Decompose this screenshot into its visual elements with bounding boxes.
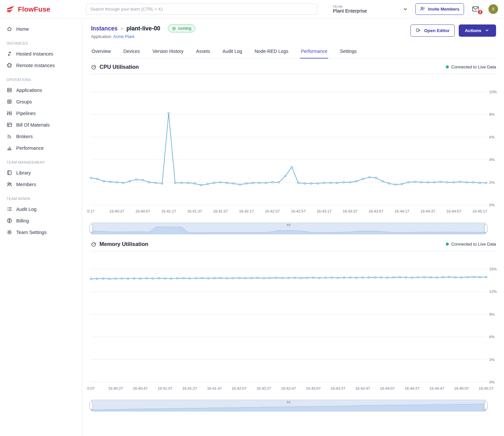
svg-text:16:40:37: 16:40:37 — [109, 209, 124, 213]
memory-live-status: Connected to Live Data — [446, 242, 496, 247]
live-dot-icon — [446, 243, 449, 246]
memory-navigator-grip-icon[interactable] — [287, 401, 290, 403]
sidebar-item-members[interactable]: Members — [0, 178, 82, 190]
sidebar-item-label: Billing — [16, 218, 29, 223]
cpu-navigator-left-handle[interactable] — [90, 224, 93, 232]
breadcrumb-separator: > — [121, 26, 124, 31]
sidebar-item-brokers[interactable]: Brokers — [0, 131, 82, 142]
memory-navigator-left-handle[interactable] — [90, 402, 93, 410]
home-icon — [7, 26, 12, 32]
sidebar-item-library[interactable]: Library — [0, 167, 82, 178]
sidebar-item-team-settings[interactable]: Team Settings — [0, 226, 82, 238]
sidebar-item-label: Home — [16, 26, 29, 32]
svg-text:16:42:57: 16:42:57 — [291, 209, 306, 213]
main-content: Instances > plant-live-00 running Applic… — [82, 19, 504, 436]
remote-icon — [7, 62, 12, 68]
svg-text:16:44:27: 16:44:27 — [405, 386, 419, 390]
sidebar-item-home[interactable]: Home — [0, 23, 82, 35]
cpu-chart-canvas[interactable]: 0%2%4%6%8%10%0:1716:40:3716:40:5716:41:1… — [91, 75, 496, 219]
svg-text:16:44:47: 16:44:47 — [429, 386, 444, 390]
tab-overview[interactable]: Overview — [91, 46, 111, 59]
memory-navigator-right-handle[interactable] — [484, 402, 487, 410]
flowfuse-logo-icon — [6, 5, 15, 14]
memory-navigator[interactable] — [91, 400, 486, 412]
breadcrumb-instances-link[interactable]: Instances — [91, 25, 118, 32]
cpu-navigator-grip-icon[interactable] — [287, 224, 290, 226]
sidebar-item-label: Remote Instances — [16, 63, 55, 68]
hosted-icon — [7, 51, 12, 57]
applications-icon — [7, 87, 12, 93]
svg-text:16:42:47: 16:42:47 — [281, 386, 296, 390]
sidebar-item-performance[interactable]: Performance — [0, 142, 82, 154]
sidebar-item-remote-instances[interactable]: Remote Instances — [0, 59, 82, 71]
tab-performance[interactable]: Performance — [300, 46, 328, 59]
tab-node-red-logs[interactable]: Node-RED Logs — [254, 46, 289, 59]
svg-text:16:43:17: 16:43:17 — [317, 209, 331, 213]
brokers-icon — [7, 134, 12, 139]
invite-members-label: Invite Members — [428, 7, 459, 12]
sidebar-item-label: Bill Of Materials — [16, 122, 50, 128]
application-line: Application: Acme Plant — [91, 34, 195, 39]
cpu-live-status-label: Connected to Live Data — [451, 64, 496, 69]
svg-text:16:40:27: 16:40:27 — [108, 386, 123, 390]
svg-text:16:41:47: 16:41:47 — [207, 386, 222, 390]
svg-text:16:43:57: 16:43:57 — [368, 209, 383, 213]
team-selector[interactable]: TEAM: Plant Enterprise — [333, 5, 408, 14]
svg-text:12%: 12% — [489, 290, 497, 294]
notifications-button[interactable]: 2 — [471, 5, 481, 13]
sidebar-item-billing[interactable]: Billing — [0, 215, 82, 226]
members-icon — [7, 181, 12, 187]
tab-devices[interactable]: Devices — [123, 46, 140, 59]
svg-text:16:44:57: 16:44:57 — [446, 209, 461, 213]
svg-text:16:41:07: 16:41:07 — [158, 386, 173, 390]
application-label: Application: — [91, 34, 112, 39]
invite-members-button[interactable]: Invite Members — [415, 3, 464, 15]
chevron-down-icon — [403, 6, 408, 12]
sidebar-item-groups[interactable]: Groups — [0, 96, 82, 107]
notification-count-badge: 2 — [477, 9, 483, 15]
tab-settings[interactable]: Settings — [339, 46, 358, 59]
sidebar-item-label: Members — [16, 182, 36, 187]
actions-button[interactable]: Actions — [459, 24, 496, 37]
cpu-navigator-right-handle[interactable] — [484, 224, 487, 232]
sidebar-item-audit-log[interactable]: Audit Log — [0, 203, 82, 215]
cpu-navigator[interactable] — [91, 222, 486, 234]
open-editor-button[interactable]: Open Editor — [410, 24, 455, 37]
svg-text:10%: 10% — [489, 90, 497, 94]
application-link[interactable]: Acme Plant — [113, 34, 134, 39]
svg-text:16:41:37: 16:41:37 — [187, 209, 202, 213]
flowfuse-logo[interactable]: FlowFuse — [6, 5, 50, 14]
groups-icon — [7, 99, 12, 104]
svg-text:16:44:07: 16:44:07 — [380, 386, 395, 390]
svg-text:2%: 2% — [489, 180, 495, 184]
sidebar-section-team-management: TEAM MANAGEMENT — [0, 154, 82, 167]
svg-text:16:41:17: 16:41:17 — [161, 209, 176, 213]
sidebar-section-team-admin: TEAM ADMIN — [0, 190, 82, 203]
sidebar-item-pipelines[interactable]: Pipelines — [0, 107, 82, 119]
sidebar-item-bill-of-materials[interactable]: Bill Of Materials — [0, 119, 82, 131]
svg-text:6%: 6% — [489, 335, 495, 339]
sidebar-item-label: Performance — [16, 145, 44, 151]
memory-live-status-label: Connected to Live Data — [451, 242, 496, 247]
live-dot-icon — [446, 65, 449, 68]
tab-audit-log[interactable]: Audit Log — [222, 46, 243, 59]
svg-text:16:43:47: 16:43:47 — [355, 386, 370, 390]
user-avatar[interactable]: fl — [488, 4, 498, 14]
search-input[interactable] — [86, 4, 317, 15]
sidebar-item-label: Library — [16, 170, 31, 176]
svg-text:16:43:07: 16:43:07 — [306, 386, 321, 390]
svg-text:4%: 4% — [489, 158, 495, 162]
sidebar-item-label: Brokers — [16, 134, 33, 139]
memory-chart-canvas[interactable]: 0%3%6%9%12%15%0:0716:40:2716:40:4716:41:… — [91, 253, 496, 396]
svg-text:3%: 3% — [489, 358, 495, 362]
gauge-icon — [91, 64, 97, 70]
tab-assets[interactable]: Assets — [195, 46, 211, 59]
sidebar-item-label: Groups — [16, 99, 32, 104]
sidebar-item-label: Audit Log — [16, 207, 36, 212]
sidebar-item-applications[interactable]: Applications — [0, 84, 82, 96]
tab-version-history[interactable]: Version History — [152, 46, 184, 59]
svg-text:16:42:37: 16:42:37 — [265, 209, 280, 213]
cpu-live-status: Connected to Live Data — [446, 64, 496, 69]
sidebar-item-hosted-instances[interactable]: Hosted Instances — [0, 48, 82, 59]
library-icon — [7, 170, 12, 176]
